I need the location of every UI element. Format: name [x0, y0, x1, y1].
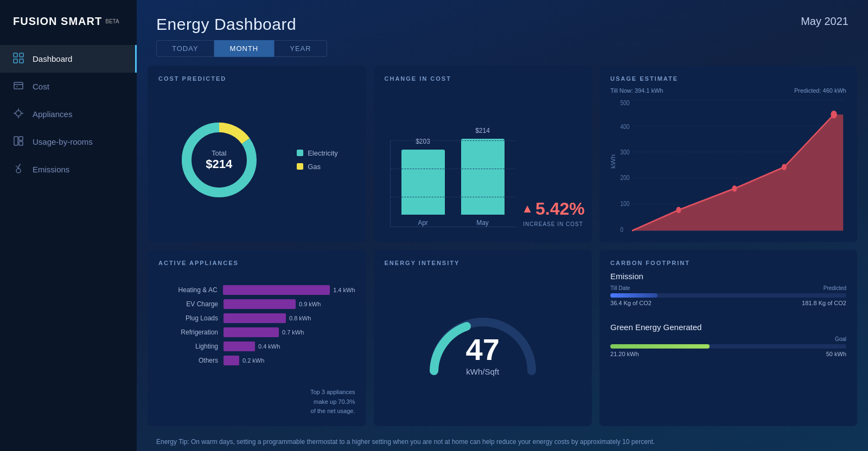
sidebar-item-appliances[interactable]: Appliances [0, 100, 137, 128]
change-cost-body: $203 Apr $214 May ▲ 5.42% INCRE [385, 87, 582, 233]
appliance-val-heating: 1.4 kWh [333, 287, 355, 293]
appliances-body: Heating & AC 1.4 kWh EV Charge 0.9 kWh P… [158, 272, 355, 384]
predicted-value: 181.8 Kg of CO2 [802, 300, 846, 306]
electricity-dot [297, 150, 303, 156]
svg-rect-0 [14, 53, 17, 57]
svg-text:500: 500 [620, 98, 630, 107]
svg-point-7 [16, 111, 21, 116]
change-in-cost-title: CHANGE IN COST [385, 75, 582, 82]
svg-point-35 [782, 164, 787, 170]
cost-legend: Electricity Gas [297, 149, 338, 171]
svg-point-33 [676, 207, 681, 214]
tabs-row: TODAY MONTH YEAR [156, 34, 327, 57]
gas-label: Gas [308, 163, 321, 171]
header: Energy Dashboard TODAY MONTH YEAR May 20… [137, 0, 868, 66]
green-energy-section: Green Energy Generated Goal 21.20 kWh 50… [610, 323, 846, 357]
appliance-val-others: 0.2 kWh [242, 357, 264, 364]
appliance-name-heating: Heating & AC [158, 286, 218, 294]
svg-rect-2 [14, 59, 17, 63]
svg-rect-14 [19, 141, 23, 145]
tab-year[interactable]: YEAR [274, 40, 327, 57]
green-label: Green Energy Generated [610, 323, 846, 332]
tab-month[interactable]: MONTH [214, 40, 275, 57]
gauge-container: 47 kWh/Sqft [423, 306, 542, 382]
gas-dot [297, 163, 303, 170]
page-title: Energy Dashboard [156, 15, 327, 34]
emission-bar-track [610, 293, 846, 298]
sidebar-item-cost[interactable]: Cost [0, 73, 137, 100]
electricity-label: Electricity [308, 149, 338, 157]
appliance-bar-lighting [224, 342, 255, 351]
appliance-bar-plugloads [224, 313, 286, 323]
usage-estimate-title: USAGE ESTIMATE [610, 75, 846, 82]
appliances-note: Top 3 appliancesmake up 70.3%of the net … [158, 388, 355, 416]
green-bar-track [610, 344, 846, 349]
usage-chart-area: 0 100 200 300 400 500 kWh [610, 97, 846, 233]
appliances-icon [13, 108, 25, 120]
appliance-plugloads: Plug Loads 0.8 kWh [158, 313, 355, 323]
app-beta: BETA [105, 18, 119, 24]
svg-text:400: 400 [620, 122, 630, 131]
nav: Dashboard Cost A [0, 45, 137, 183]
cost-icon [13, 80, 25, 93]
appliance-bar-heating [223, 285, 330, 295]
sidebar-item-emissions[interactable]: Emissions [0, 156, 137, 183]
appliance-name-others: Others [158, 357, 218, 364]
total-amount: $214 [206, 157, 232, 171]
svg-text:300: 300 [620, 147, 630, 156]
green-goal-value: 50 kWh [826, 351, 846, 357]
sidebar-label-dashboard: Dashboard [33, 54, 72, 63]
predicted-label: Predicted: 460 kWh [794, 87, 846, 94]
appliance-bar-ev [224, 299, 296, 309]
usage-labels: Till Now: 394.1 kWh Predicted: 460 kWh [610, 87, 846, 94]
emission-vals: 36.4 Kg of CO2 181.8 Kg of CO2 [610, 300, 846, 306]
appliance-val-ev: 0.9 kWh [299, 301, 321, 307]
appliance-name-plugloads: Plug Loads [158, 314, 218, 322]
green-current-value: 21.20 kWh [610, 351, 639, 357]
svg-rect-4 [14, 82, 23, 89]
appliance-val-plugloads: 0.8 kWh [289, 315, 311, 321]
cost-predicted-card: COST PREDICTED Total $214 [148, 66, 366, 242]
svg-text:100: 100 [620, 199, 630, 208]
goal-label: Goal [835, 336, 846, 342]
tab-today[interactable]: TODAY [156, 40, 214, 57]
svg-point-34 [732, 185, 737, 192]
donut-chart: Total $214 [176, 117, 263, 203]
appliance-val-refrigeration: 0.7 kWh [282, 329, 304, 336]
emission-section: Emission Till Date Predicted 36.4 Kg of … [610, 272, 846, 306]
donut-label: Total $214 [206, 149, 232, 171]
total-text: Total [206, 149, 232, 157]
appliance-ev: EV Charge 0.9 kWh [158, 299, 355, 309]
bar-may-label: $214 [475, 127, 490, 134]
main-content: Energy Dashboard TODAY MONTH YEAR May 20… [137, 0, 868, 451]
energy-tip: Energy Tip: On warm days, setting a prog… [137, 433, 868, 451]
gauge-unit: kWh/Sqft [466, 367, 500, 376]
svg-text:200: 200 [620, 173, 630, 182]
dashboard-icon [13, 53, 25, 65]
svg-rect-1 [20, 53, 23, 57]
svg-text:0: 0 [620, 226, 623, 232]
logo: FUSION SMART BETA [0, 0, 137, 45]
sidebar: FUSION SMART BETA Dashboard [0, 0, 137, 451]
change-in-cost-card: CHANGE IN COST $203 Apr [374, 66, 592, 242]
change-arrow-icon: ▲ [521, 202, 533, 216]
dashboard-grid: COST PREDICTED Total $214 [137, 66, 868, 433]
legend-gas: Gas [297, 163, 338, 171]
svg-marker-32 [632, 114, 843, 230]
emission-label: Emission [610, 272, 846, 281]
sidebar-item-usage-by-rooms[interactable]: Usage-by-rooms [0, 128, 137, 156]
emission-bar-labels: Till Date Predicted [610, 285, 846, 291]
change-info: ▲ 5.42% INCREASE IN COST [515, 199, 591, 227]
change-pct: 5.42% [535, 199, 585, 219]
svg-rect-13 [19, 137, 23, 140]
usage-estimate-card: USAGE ESTIMATE Till Now: 394.1 kWh Predi… [599, 66, 857, 242]
predicted-bar-label: Predicted [824, 285, 846, 291]
svg-point-36 [831, 111, 837, 119]
svg-point-15 [16, 169, 21, 173]
date-display: May 2021 [801, 15, 848, 28]
emissions-icon [13, 163, 25, 176]
sidebar-item-dashboard[interactable]: Dashboard [0, 45, 137, 73]
appliance-others: Others 0.2 kWh [158, 356, 355, 365]
active-appliances-title: ACTIVE APPLIANCES [158, 260, 355, 266]
change-desc: INCREASE IN COST [523, 221, 583, 227]
